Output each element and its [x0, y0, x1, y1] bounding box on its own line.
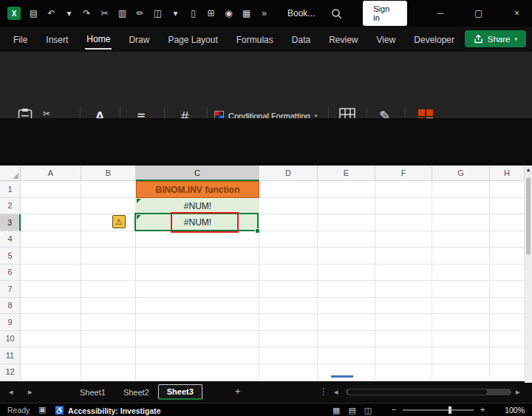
- row-header-1[interactable]: 1: [0, 181, 21, 198]
- excel-logo-icon[interactable]: X: [7, 7, 21, 20]
- column-header-A[interactable]: A: [21, 166, 81, 181]
- error-options-button[interactable]: ⚠: [112, 215, 126, 228]
- gridline: [21, 197, 525, 198]
- camera-icon[interactable]: ◉: [224, 8, 233, 18]
- row-header-7[interactable]: 7: [0, 281, 21, 298]
- view-page-layout-icon[interactable]: ▤: [348, 406, 355, 415]
- close-button[interactable]: ×: [502, 0, 532, 27]
- tab-file[interactable]: File: [12, 30, 29, 49]
- cell-C1[interactable]: BINOM.INV function: [136, 181, 259, 198]
- zoom-out-button[interactable]: −: [392, 405, 396, 414]
- spreadsheet-grid[interactable]: ABCDEFGH 123456789101112 BINOM.INV funct…: [0, 166, 525, 381]
- gridline: [432, 181, 432, 381]
- horizontal-scrollbar-thumb[interactable]: [348, 389, 487, 395]
- column-header-H[interactable]: H: [490, 166, 525, 181]
- sheet-nav-right-icon[interactable]: ▸: [28, 387, 33, 397]
- fill-handle[interactable]: [255, 228, 260, 233]
- sign-in-button[interactable]: Sign in: [363, 1, 406, 26]
- copy-icon[interactable]: ▥: [117, 8, 127, 18]
- tab-formulas[interactable]: Formulas: [235, 30, 275, 49]
- pivot-table-icon[interactable]: ⊞: [206, 8, 216, 18]
- macro-record-icon[interactable]: ▣: [38, 405, 46, 415]
- scroll-up-icon[interactable]: ▲: [525, 167, 532, 172]
- undo-icon[interactable]: ↶: [47, 8, 56, 18]
- excel-window: X ▤ ↶ ▾ ↷ ✂ ▥ ✏ ◫ ▾ ▯ ⊞ ◉ ▦ » Book... Si…: [0, 0, 532, 416]
- new-document-icon[interactable]: ▯: [188, 8, 198, 18]
- share-button[interactable]: Share ▾: [465, 30, 526, 47]
- add-sheet-button[interactable]: +: [235, 386, 241, 397]
- save-icon[interactable]: ▤: [29, 8, 38, 18]
- row-header-10[interactable]: 10: [0, 331, 21, 348]
- zoom-in-button[interactable]: +: [480, 405, 485, 414]
- redo-icon[interactable]: ↷: [82, 8, 92, 18]
- row-header-12[interactable]: 12: [0, 364, 21, 381]
- status-mode: Ready: [7, 406, 30, 415]
- hscroll-left-icon[interactable]: ◂: [334, 387, 338, 397]
- tab-developer[interactable]: Developer: [412, 30, 456, 49]
- title-bar: X ▤ ↶ ▾ ↷ ✂ ▥ ✏ ◫ ▾ ▯ ⊞ ◉ ▦ » Book... Si…: [0, 0, 532, 27]
- row-header-11[interactable]: 11: [0, 347, 21, 364]
- row-header-8[interactable]: 8: [0, 298, 21, 315]
- annotation-red-box: [171, 212, 239, 233]
- warning-icon: ⚠: [115, 218, 123, 226]
- minimize-button[interactable]: ─: [426, 0, 456, 27]
- sheet-tab-sheet1[interactable]: Sheet1: [71, 385, 115, 400]
- row-header-2[interactable]: 2: [0, 198, 21, 215]
- maximize-button[interactable]: ▢: [463, 0, 494, 27]
- blue-underline-artifact: [331, 375, 353, 378]
- tab-page-layout[interactable]: Page Layout: [166, 30, 219, 49]
- row-header-3[interactable]: 3: [0, 214, 21, 231]
- window-icon[interactable]: ◫: [153, 8, 163, 18]
- select-all-button[interactable]: [0, 166, 21, 181]
- horizontal-scrollbar[interactable]: [346, 389, 511, 395]
- tab-view[interactable]: View: [375, 30, 398, 49]
- table-icon[interactable]: ▦: [242, 8, 251, 18]
- gridline: [21, 330, 525, 331]
- gridline: [317, 181, 318, 381]
- column-header-D[interactable]: D: [259, 166, 318, 181]
- tab-insert[interactable]: Insert: [44, 30, 69, 49]
- view-page-break-icon[interactable]: ◫: [364, 406, 372, 415]
- view-normal-icon[interactable]: ▦: [332, 406, 340, 415]
- row-header-9[interactable]: 9: [0, 314, 21, 331]
- chevron-down-icon[interactable]: ▾: [171, 8, 180, 18]
- share-icon: [474, 34, 483, 44]
- sheet-bar-more-icon[interactable]: ⋮: [319, 386, 328, 397]
- gridline: [21, 347, 525, 347]
- column-header-E[interactable]: E: [318, 166, 375, 181]
- gridline: [21, 214, 525, 214]
- format-painter-icon[interactable]: ✏: [135, 8, 145, 18]
- zoom-slider[interactable]: [403, 409, 474, 411]
- row-header-5[interactable]: 5: [0, 248, 21, 265]
- search-icon[interactable]: [331, 8, 341, 19]
- more-commands-icon[interactable]: »: [259, 8, 269, 18]
- tab-home[interactable]: Home: [85, 29, 112, 50]
- row-header-6[interactable]: 6: [0, 265, 21, 282]
- column-header-F[interactable]: F: [375, 166, 432, 181]
- sheet-tab-sheet2[interactable]: Sheet2: [115, 385, 158, 400]
- column-header-G[interactable]: G: [432, 166, 490, 181]
- gridline: [21, 247, 525, 248]
- zoom-slider-thumb[interactable]: [449, 406, 451, 414]
- sheet-nav-left-icon[interactable]: ◂: [9, 387, 13, 397]
- column-header-B[interactable]: B: [81, 166, 136, 181]
- cut-icon[interactable]: ✂: [100, 8, 109, 18]
- sheet-tab-sheet3[interactable]: Sheet3: [158, 384, 202, 400]
- tab-review[interactable]: Review: [327, 30, 359, 49]
- hscroll-right-icon[interactable]: ▸: [516, 387, 520, 397]
- undo-chevron-icon[interactable]: ▾: [64, 8, 74, 18]
- gridline: [21, 231, 525, 231]
- vertical-scrollbar[interactable]: ▲: [525, 166, 532, 383]
- gridline: [21, 297, 525, 298]
- accessibility-status[interactable]: ♿ Accessibility: Investigate: [55, 406, 161, 415]
- column-header-C[interactable]: C: [136, 166, 259, 181]
- formula-bar: C3 ▾ ⋮ × ✓ fx =BINOM.INV(4,23, 12) ∧: [0, 118, 532, 166]
- workbook-title: Book...: [287, 8, 315, 18]
- vertical-scrollbar-thumb[interactable]: [526, 177, 531, 255]
- tab-draw[interactable]: Draw: [127, 30, 151, 49]
- row-header-4[interactable]: 4: [0, 231, 21, 248]
- sheet-tab-bar: ◂ ▸ Sheet1 Sheet2 Sheet3 + ⋮ ◂ ▸: [0, 383, 532, 401]
- tab-data[interactable]: Data: [290, 30, 312, 49]
- error-indicator-C2: [137, 199, 141, 203]
- zoom-level[interactable]: 100%: [505, 406, 525, 415]
